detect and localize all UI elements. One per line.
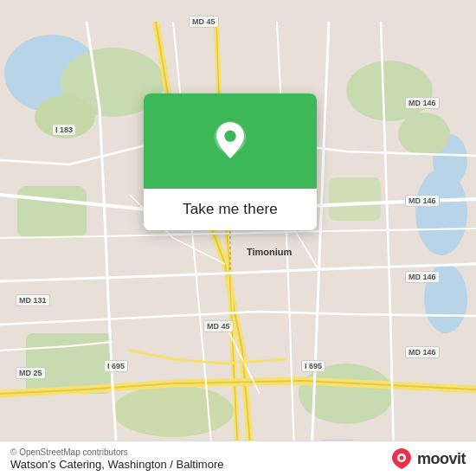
moovit-text: moovit [417, 450, 466, 468]
svg-rect-11 [329, 177, 381, 221]
svg-point-19 [399, 456, 403, 460]
place-label-timonium: Timonium [247, 247, 292, 257]
svg-rect-8 [17, 186, 87, 238]
bottom-bar: © OpenStreetMap contributors Watson's Ca… [0, 441, 476, 476]
moovit-pin-icon [389, 447, 414, 471]
osm-attribution: © OpenStreetMap contributors [10, 447, 223, 457]
map-background [0, 0, 476, 476]
svg-point-9 [346, 61, 433, 121]
take-me-there-button[interactable]: Take me there [144, 189, 317, 230]
svg-point-10 [398, 113, 450, 156]
svg-point-17 [224, 131, 235, 142]
road-badge-md146-mid2: MD 146 [405, 271, 440, 283]
location-pin-icon [209, 119, 252, 163]
bottom-left: © OpenStreetMap contributors Watson's Ca… [10, 447, 223, 471]
road-badge-md146-bot: MD 146 [405, 346, 440, 358]
app-title: Watson's Catering, Washington / Baltimor… [10, 458, 223, 471]
popup-card: Take me there [144, 93, 317, 230]
road-badge-md25: MD 25 [16, 367, 46, 379]
road-badge-md131: MD 131 [16, 294, 50, 306]
road-badge-i695-left: I 695 [104, 360, 128, 372]
road-badge-i695-right: I 695 [301, 360, 325, 372]
road-badge-md45-top: MD 45 [189, 16, 219, 28]
road-badge-i183: I 183 [52, 124, 76, 136]
road-badge-md146-top: MD 146 [405, 97, 440, 109]
popup-green-area [144, 93, 317, 189]
road-badge-md146-mid1: MD 146 [405, 195, 440, 207]
map-container: MD 45 I 183 MD 45 MD 146 MD 146 MD 146 M… [0, 0, 476, 476]
svg-point-13 [113, 385, 234, 437]
moovit-logo: moovit [389, 447, 466, 471]
road-badge-md45-mid: MD 45 [203, 320, 234, 332]
